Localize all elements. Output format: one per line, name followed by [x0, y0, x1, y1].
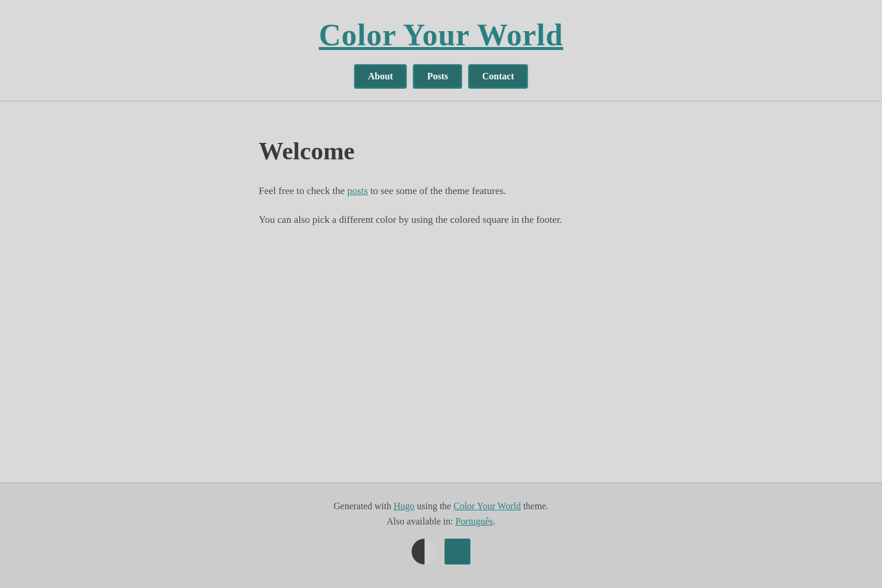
content-area: Welcome Feel free to check the posts to …: [235, 137, 647, 229]
site-footer: Generated with Hugo using the Color Your…: [0, 482, 882, 588]
color-swatch-button[interactable]: [445, 539, 470, 564]
site-title[interactable]: Color Your World: [319, 18, 563, 52]
footer-generated-line: Generated with Hugo using the Color Your…: [0, 501, 882, 512]
footer-available-line: Also available in: Português.: [0, 516, 882, 527]
footer-available-prefix: Also available in:: [387, 516, 456, 526]
main-nav: About Posts Contact: [354, 64, 528, 89]
nav-contact-button[interactable]: Contact: [468, 64, 528, 89]
hugo-link[interactable]: Hugo: [393, 501, 415, 511]
paragraph1-suffix: to see some of the theme features.: [368, 185, 506, 196]
theme-toggle-button[interactable]: [412, 539, 437, 564]
footer-controls: [0, 539, 882, 564]
footer-available-suffix: .: [493, 516, 495, 526]
language-link[interactable]: Português: [455, 516, 493, 526]
nav-about-button[interactable]: About: [354, 64, 407, 89]
main-content: Welcome Feel free to check the posts to …: [0, 102, 882, 482]
intro-paragraph-2: You can also pick a different color by u…: [259, 212, 623, 229]
nav-posts-button[interactable]: Posts: [413, 64, 462, 89]
posts-link[interactable]: posts: [348, 185, 368, 196]
theme-link[interactable]: Color Your World: [453, 501, 520, 511]
footer-generated-suffix: theme.: [521, 501, 549, 511]
footer-generated-prefix: Generated with: [333, 501, 393, 511]
welcome-heading: Welcome: [259, 137, 623, 165]
paragraph1-prefix: Feel free to check the: [259, 185, 348, 196]
intro-paragraph-1: Feel free to check the posts to see some…: [259, 183, 623, 200]
footer-generated-middle: using the: [415, 501, 453, 511]
site-header: Color Your World About Posts Contact: [0, 0, 882, 102]
